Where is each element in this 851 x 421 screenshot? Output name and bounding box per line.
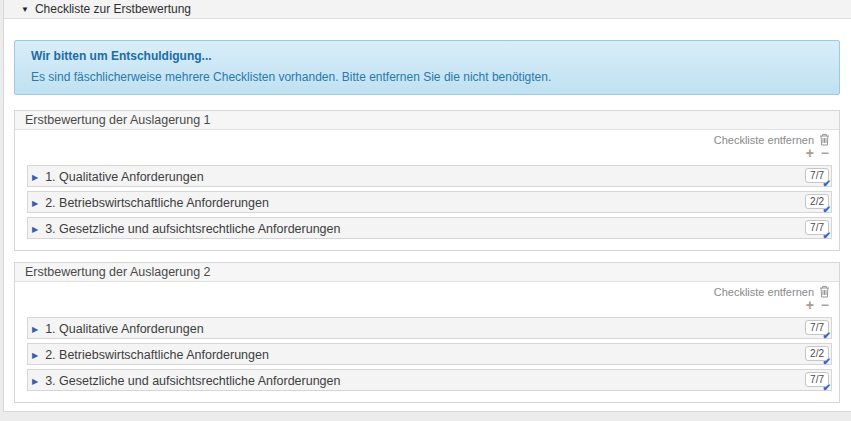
progress-badge: 7/7✔ bbox=[805, 220, 829, 235]
check-icon: ✔ bbox=[823, 204, 831, 215]
row-label: 1. Qualitative Anforderungen bbox=[45, 322, 203, 336]
row-label: 3. Gesetzliche und aufsichtsrechtliche A… bbox=[45, 374, 340, 388]
row-label: 3. Gesetzliche und aufsichtsrechtliche A… bbox=[45, 222, 340, 236]
panel-title: Erstbewertung der Auslagerung 1 bbox=[15, 111, 839, 130]
remove-row: Checkliste entfernen bbox=[27, 285, 832, 299]
panel-body: Checkliste entfernen +− ▶1. Qualitative … bbox=[15, 130, 839, 239]
alert-title: Wir bitten um Entschuldigung... bbox=[31, 49, 823, 63]
expand-arrow-icon: ▶ bbox=[32, 220, 38, 240]
panel-controls: +− bbox=[27, 299, 832, 314]
minus-icon[interactable]: − bbox=[821, 147, 829, 160]
check-icon: ✔ bbox=[823, 330, 831, 341]
remove-checklist-button[interactable]: Checkliste entfernen bbox=[714, 286, 814, 298]
add-icon[interactable]: + bbox=[806, 147, 814, 160]
add-icon[interactable]: + bbox=[806, 299, 814, 312]
progress-badge: 2/2✔ bbox=[805, 346, 829, 361]
section-header[interactable]: ▼Checkliste zur Erstbewertung bbox=[4, 0, 851, 19]
panel-body: Checkliste entfernen +− ▶1. Qualitative … bbox=[15, 282, 839, 391]
alert-message: Es sind fäschlicherweise mehrere Checkli… bbox=[31, 70, 823, 84]
row-label: 2. Betriebswirtschaftliche Anforderungen bbox=[45, 196, 269, 210]
minus-icon[interactable]: − bbox=[821, 299, 829, 312]
checkliste-section: ▼Checkliste zur Erstbewertung Wir bitten… bbox=[3, 0, 851, 412]
collapse-caret-icon: ▼ bbox=[21, 1, 29, 19]
checklist-rows: ▶1. Qualitative Anforderungen 7/7✔ ▶2. B… bbox=[27, 317, 832, 391]
expand-arrow-icon: ▶ bbox=[32, 168, 38, 188]
row-label: 1. Qualitative Anforderungen bbox=[45, 170, 203, 184]
checklist-panel-1: Erstbewertung der Auslagerung 1 Checklis… bbox=[14, 110, 840, 251]
checklist-row-betriebswirtschaftlich[interactable]: ▶2. Betriebswirtschaftliche Anforderunge… bbox=[27, 343, 832, 365]
info-alert: Wir bitten um Entschuldigung... Es sind … bbox=[14, 40, 840, 95]
check-icon: ✔ bbox=[823, 230, 831, 241]
section-title: Checkliste zur Erstbewertung bbox=[35, 2, 191, 16]
progress-badge: 7/7✔ bbox=[805, 320, 829, 335]
expand-arrow-icon: ▶ bbox=[32, 194, 38, 214]
expand-arrow-icon: ▶ bbox=[32, 372, 38, 392]
expand-arrow-icon: ▶ bbox=[32, 320, 38, 340]
progress-badge: 7/7✔ bbox=[805, 168, 829, 183]
remove-checklist-button[interactable]: Checkliste entfernen bbox=[714, 134, 814, 146]
checklist-row-qualitative[interactable]: ▶1. Qualitative Anforderungen 7/7✔ bbox=[27, 317, 832, 339]
expand-arrow-icon: ▶ bbox=[32, 346, 38, 366]
checklist-panel-2: Erstbewertung der Auslagerung 2 Checklis… bbox=[14, 262, 840, 403]
progress-badge: 2/2✔ bbox=[805, 194, 829, 209]
checklist-row-betriebswirtschaftlich[interactable]: ▶2. Betriebswirtschaftliche Anforderunge… bbox=[27, 191, 832, 213]
checklist-row-gesetzlich[interactable]: ▶3. Gesetzliche und aufsichtsrechtliche … bbox=[27, 369, 832, 391]
checklist-rows: ▶1. Qualitative Anforderungen 7/7✔ ▶2. B… bbox=[27, 165, 832, 239]
panel-controls: +− bbox=[27, 147, 832, 162]
check-icon: ✔ bbox=[823, 356, 831, 367]
remove-row: Checkliste entfernen bbox=[27, 133, 832, 147]
checklist-row-gesetzlich[interactable]: ▶3. Gesetzliche und aufsichtsrechtliche … bbox=[27, 217, 832, 239]
row-label: 2. Betriebswirtschaftliche Anforderungen bbox=[45, 348, 269, 362]
check-icon: ✔ bbox=[823, 178, 831, 189]
panel-title: Erstbewertung der Auslagerung 2 bbox=[15, 263, 839, 282]
checklist-row-qualitative[interactable]: ▶1. Qualitative Anforderungen 7/7✔ bbox=[27, 165, 832, 187]
check-icon: ✔ bbox=[823, 382, 831, 393]
progress-badge: 7/7✔ bbox=[805, 372, 829, 387]
